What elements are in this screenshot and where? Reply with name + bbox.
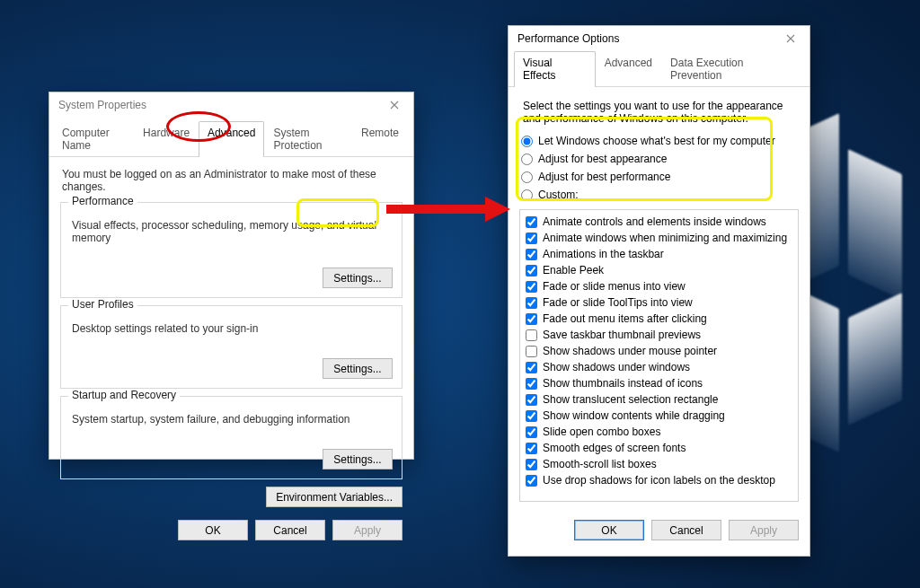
- desktop-background: System Properties Computer NameHardwareA…: [0, 0, 920, 588]
- close-icon[interactable]: [376, 92, 413, 118]
- checkbox-input[interactable]: [526, 443, 537, 454]
- checkbox-input[interactable]: [526, 329, 537, 341]
- radio-input[interactable]: [521, 154, 533, 165]
- option-label: Save taskbar thumbnail previews: [543, 328, 701, 342]
- apply-button[interactable]: Apply: [332, 520, 402, 540]
- visual-effect-option[interactable]: Slide open combo boxes: [524, 424, 794, 440]
- mode-radio-group: Let Windows choose what's best for my co…: [519, 132, 799, 204]
- cancel-button[interactable]: Cancel: [255, 520, 325, 540]
- radio-label: Let Windows choose what's best for my co…: [538, 135, 775, 147]
- mode-radio-2[interactable]: Adjust for best performance: [519, 168, 799, 186]
- system-properties-dialog: System Properties Computer NameHardwareA…: [49, 92, 414, 460]
- checkbox-input[interactable]: [526, 346, 537, 357]
- option-label: Animations in the taskbar: [543, 247, 664, 261]
- checkbox-input[interactable]: [526, 378, 537, 390]
- visual-effect-option[interactable]: Show translucent selection rectangle: [524, 391, 794, 408]
- mode-radio-3[interactable]: Custom:: [519, 186, 799, 204]
- checkbox-input[interactable]: [526, 249, 537, 260]
- option-label: Smooth edges of screen fonts: [543, 441, 686, 455]
- visual-effects-list[interactable]: Animate controls and elements inside win…: [519, 209, 799, 502]
- visual-effect-option[interactable]: Show thumbnails instead of icons: [524, 375, 794, 391]
- visual-effect-option[interactable]: Show shadows under windows: [524, 359, 794, 375]
- radio-input[interactable]: [521, 171, 533, 183]
- radio-label: Adjust for best appearance: [538, 153, 667, 165]
- ok-button[interactable]: OK: [574, 520, 644, 540]
- visual-effect-option[interactable]: Fade or slide ToolTips into view: [524, 294, 794, 311]
- group-description: Visual effects, processor scheduling, me…: [72, 219, 391, 244]
- checkbox-input[interactable]: [526, 281, 537, 293]
- option-label: Enable Peek: [543, 263, 604, 277]
- po-tab-data-execution-prevention[interactable]: Data Execution Prevention: [661, 51, 804, 87]
- startup-settings-button[interactable]: Settings...: [323, 449, 393, 470]
- visual-effect-option[interactable]: Smooth-scroll list boxes: [524, 456, 794, 472]
- checkbox-input[interactable]: [526, 297, 537, 309]
- intro-text: Select the settings you want to use for …: [523, 100, 795, 125]
- option-label: Animate controls and elements inside win…: [543, 215, 766, 229]
- user-profiles-group: User Profiles Desktop settings related t…: [60, 305, 402, 389]
- checkbox-input[interactable]: [526, 265, 537, 276]
- titlebar[interactable]: Performance Options: [509, 26, 809, 51]
- group-description: Desktop settings related to your sign-in: [72, 322, 391, 335]
- checkbox-input[interactable]: [526, 475, 537, 487]
- performance-settings-button[interactable]: Settings...: [323, 268, 393, 288]
- checkbox-input[interactable]: [526, 426, 537, 438]
- option-label: Smooth-scroll list boxes: [543, 457, 657, 471]
- visual-effect-option[interactable]: Show window contents while dragging: [524, 408, 794, 424]
- dialog-title: System Properties: [58, 99, 146, 111]
- po-tab-advanced[interactable]: Advanced: [596, 51, 661, 87]
- option-label: Animate windows when minimizing and maxi…: [543, 231, 787, 245]
- environment-variables-button[interactable]: Environment Variables...: [266, 487, 402, 507]
- group-label: User Profiles: [68, 298, 137, 311]
- visual-effect-option[interactable]: Animate controls and elements inside win…: [524, 214, 794, 230]
- checkbox-input[interactable]: [526, 362, 537, 373]
- option-label: Use drop shadows for icon labels on the …: [543, 473, 775, 487]
- dialog-title: Performance Options: [518, 32, 619, 45]
- option-label: Show thumbnails instead of icons: [543, 376, 703, 391]
- user-profiles-settings-button[interactable]: Settings...: [323, 358, 393, 379]
- checkbox-input[interactable]: [526, 233, 537, 244]
- radio-input[interactable]: [521, 136, 533, 147]
- checkbox-input[interactable]: [526, 459, 537, 470]
- startup-recovery-group: Startup and Recovery System startup, sys…: [60, 396, 402, 479]
- checkbox-input[interactable]: [526, 410, 537, 422]
- group-label: Performance: [68, 195, 137, 207]
- sp-tab-remote[interactable]: Remote: [352, 121, 408, 157]
- sp-tab-computer-name[interactable]: Computer Name: [53, 121, 134, 157]
- mode-radio-0[interactable]: Let Windows choose what's best for my co…: [519, 132, 799, 150]
- option-label: Show window contents while dragging: [543, 408, 725, 423]
- visual-effect-option[interactable]: Smooth edges of screen fonts: [524, 440, 794, 456]
- option-label: Fade or slide ToolTips into view: [543, 295, 693, 310]
- checkbox-input[interactable]: [526, 313, 537, 325]
- visual-effect-option[interactable]: Fade out menu items after clicking: [524, 311, 794, 327]
- visual-effect-option[interactable]: Animate windows when minimizing and maxi…: [524, 230, 794, 246]
- radio-label: Custom:: [538, 189, 579, 201]
- apply-button[interactable]: Apply: [729, 520, 799, 540]
- performance-options-dialog: Performance Options Visual EffectsAdvanc…: [508, 25, 810, 557]
- mode-radio-1[interactable]: Adjust for best appearance: [519, 150, 799, 168]
- visual-effect-option[interactable]: Fade or slide menus into view: [524, 278, 794, 294]
- radio-label: Adjust for best performance: [538, 171, 670, 183]
- tabstrip: Visual EffectsAdvancedData Execution Pre…: [509, 51, 809, 87]
- visual-effect-option[interactable]: Save taskbar thumbnail previews: [524, 327, 794, 343]
- sp-tab-hardware[interactable]: Hardware: [134, 121, 199, 157]
- sp-tab-advanced[interactable]: Advanced: [199, 121, 264, 157]
- tabstrip: Computer NameHardwareAdvancedSystem Prot…: [49, 118, 413, 157]
- group-description: System startup, system failure, and debu…: [72, 413, 391, 426]
- option-label: Show shadows under mouse pointer: [543, 344, 717, 358]
- radio-input[interactable]: [521, 189, 533, 201]
- sp-tab-system-protection[interactable]: System Protection: [264, 121, 352, 157]
- checkbox-input[interactable]: [526, 394, 537, 406]
- cancel-button[interactable]: Cancel: [651, 520, 721, 540]
- ok-button[interactable]: OK: [178, 520, 248, 540]
- option-label: Show shadows under windows: [543, 360, 690, 374]
- close-icon[interactable]: [772, 26, 809, 51]
- visual-effect-option[interactable]: Animations in the taskbar: [524, 246, 794, 262]
- option-label: Fade out menu items after clicking: [543, 312, 707, 326]
- titlebar[interactable]: System Properties: [49, 92, 413, 118]
- visual-effect-option[interactable]: Enable Peek: [524, 262, 794, 278]
- visual-effect-option[interactable]: Use drop shadows for icon labels on the …: [524, 472, 794, 488]
- checkbox-input[interactable]: [526, 216, 537, 228]
- admin-note: You must be logged on as an Administrato…: [62, 168, 401, 193]
- po-tab-visual-effects[interactable]: Visual Effects: [514, 51, 596, 87]
- visual-effect-option[interactable]: Show shadows under mouse pointer: [524, 343, 794, 359]
